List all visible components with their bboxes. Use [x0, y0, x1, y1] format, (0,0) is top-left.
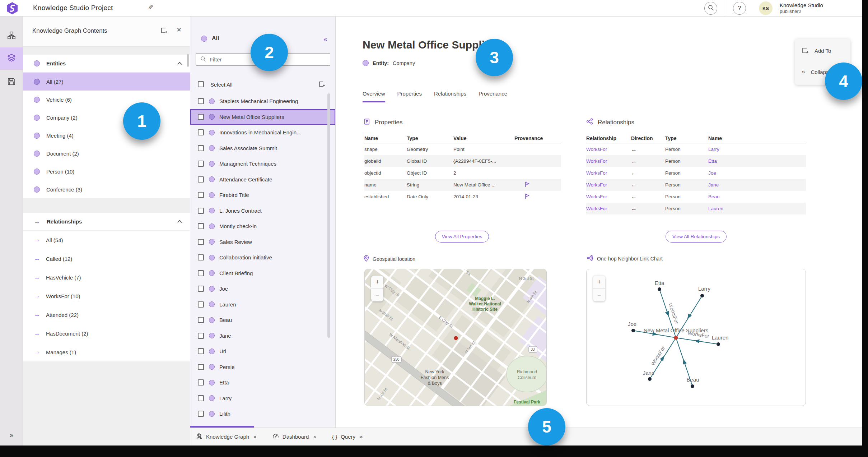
- edit-title-icon[interactable]: ✎: [148, 4, 153, 11]
- list-item[interactable]: Etta: [190, 375, 335, 391]
- relationships-section-header[interactable]: → Relationships: [23, 213, 190, 231]
- list-scrollbar[interactable]: [327, 93, 330, 338]
- account-info[interactable]: Knowledge Studio publisher2: [780, 2, 823, 14]
- item-checkbox[interactable]: [198, 114, 204, 120]
- related-entity-link[interactable]: Beau: [708, 194, 806, 199]
- item-checkbox[interactable]: [198, 270, 204, 276]
- tab-provenance[interactable]: Provenance: [479, 91, 507, 102]
- relationship-row[interactable]: WorksFor ← Person Larry: [586, 143, 806, 155]
- entity-type-item[interactable]: Conference (3): [23, 180, 190, 198]
- relationship-type-item[interactable]: → Manages (1): [23, 343, 190, 361]
- help-button[interactable]: ?: [733, 2, 746, 15]
- node-larry[interactable]: [700, 294, 704, 297]
- item-checkbox[interactable]: [198, 223, 204, 229]
- list-item[interactable]: Joe: [190, 281, 335, 297]
- item-checkbox[interactable]: [198, 379, 204, 386]
- close-panel-icon[interactable]: ×: [177, 25, 181, 34]
- item-checkbox[interactable]: [198, 254, 204, 260]
- relationship-row[interactable]: WorksFor ← Person Jane: [586, 179, 806, 191]
- zoom-in-button[interactable]: +: [593, 276, 605, 288]
- add-to-button[interactable]: Add To: [802, 47, 831, 55]
- list-item[interactable]: Lauren: [190, 297, 335, 313]
- list-item[interactable]: Sales Associate Summit: [190, 140, 335, 156]
- list-item[interactable]: Attendance Certificate: [190, 172, 335, 188]
- tab-dashboard[interactable]: Dashboard ×: [272, 433, 316, 440]
- relationship-type-item[interactable]: → HasVehicle (7): [23, 268, 190, 287]
- item-checkbox[interactable]: [198, 176, 204, 183]
- item-checkbox[interactable]: [198, 395, 204, 401]
- search-button[interactable]: [704, 2, 717, 15]
- list-item[interactable]: L. Jones Contract: [190, 203, 335, 219]
- related-entity-link[interactable]: Lauren: [708, 206, 806, 211]
- rail-data-model-button[interactable]: [0, 25, 23, 47]
- view-all-properties-button[interactable]: View All Properties: [435, 231, 489, 243]
- relationship-row[interactable]: WorksFor ← Person Lauren: [586, 203, 806, 214]
- tab-query[interactable]: { } Query ×: [332, 434, 363, 440]
- rail-layers-button[interactable]: [0, 47, 23, 70]
- related-entity-link[interactable]: Jane: [708, 182, 806, 188]
- zoom-out-button[interactable]: −: [593, 288, 605, 301]
- node-lauren[interactable]: [717, 342, 720, 346]
- select-all-checkbox[interactable]: [198, 81, 204, 87]
- entity-type-item[interactable]: Meeting (4): [23, 126, 190, 144]
- property-row[interactable]: objectid Object ID 2: [364, 167, 561, 179]
- list-item[interactable]: Innovations in Mechanical Engin...: [190, 125, 335, 140]
- relationship-type-item[interactable]: → HasDocument (2): [23, 324, 190, 343]
- item-checkbox[interactable]: [198, 239, 204, 245]
- expand-rail-button[interactable]: »: [0, 431, 23, 439]
- item-checkbox[interactable]: [198, 208, 204, 214]
- relationship-type-item[interactable]: → Called (12): [23, 249, 190, 268]
- provenance-flag-icon[interactable]: [514, 181, 561, 188]
- relationship-link[interactable]: WorksFor: [586, 182, 631, 188]
- item-checkbox[interactable]: [198, 364, 204, 370]
- related-entity-link[interactable]: Joe: [708, 170, 806, 176]
- tab-relationships[interactable]: Relationships: [434, 91, 466, 102]
- list-item[interactable]: Staplers Mechanical Engineering: [190, 93, 335, 109]
- relationship-type-item[interactable]: → All (54): [23, 231, 190, 249]
- property-row[interactable]: shape Geometry Point: [364, 143, 561, 155]
- close-tab-icon[interactable]: ×: [253, 434, 257, 440]
- entity-type-item[interactable]: Vehicle (6): [23, 91, 190, 109]
- add-to-new-icon[interactable]: [160, 27, 168, 35]
- list-item[interactable]: Managment Techniques: [190, 156, 335, 172]
- item-checkbox[interactable]: [198, 286, 204, 292]
- close-tab-icon[interactable]: ×: [313, 434, 316, 440]
- zoom-in-button[interactable]: +: [371, 276, 383, 288]
- link-chart-card[interactable]: WorksFor WorksFor WorksFor Etta: [586, 269, 806, 406]
- entity-type-item[interactable]: Document (2): [23, 144, 190, 162]
- relationship-row[interactable]: WorksFor ← Person Joe: [586, 167, 806, 179]
- property-row[interactable]: globalid Global ID {A228944F-0EF5-...: [364, 155, 561, 167]
- relationship-link[interactable]: WorksFor: [586, 206, 631, 211]
- list-item[interactable]: Firebird Title: [190, 187, 335, 203]
- item-checkbox[interactable]: [198, 98, 204, 104]
- property-row[interactable]: name String New Metal Office ...: [364, 179, 561, 191]
- rail-save-button[interactable]: [0, 71, 23, 93]
- tab-properties[interactable]: Properties: [397, 91, 422, 102]
- entity-type-item[interactable]: All (27): [23, 73, 190, 91]
- list-item[interactable]: Jane: [190, 328, 335, 344]
- relationship-link[interactable]: WorksFor: [586, 158, 631, 164]
- node-beau[interactable]: [691, 384, 694, 388]
- node-jane[interactable]: [648, 377, 652, 381]
- list-item[interactable]: Sales Review: [190, 234, 335, 250]
- provenance-flag-icon[interactable]: [514, 193, 561, 200]
- item-checkbox[interactable]: [198, 348, 204, 354]
- item-checkbox[interactable]: [198, 129, 204, 135]
- item-checkbox[interactable]: [198, 301, 204, 308]
- add-to-new-icon[interactable]: [318, 80, 325, 89]
- tab-overview[interactable]: Overview: [363, 91, 385, 102]
- list-item[interactable]: Client Briefing: [190, 266, 335, 281]
- item-checkbox[interactable]: [198, 333, 204, 339]
- related-entity-link[interactable]: Etta: [708, 158, 806, 164]
- relationship-row[interactable]: WorksFor ← Person Etta: [586, 155, 806, 167]
- list-item[interactable]: Montly check-in: [190, 218, 335, 234]
- relationship-type-item[interactable]: → Attended (22): [23, 305, 190, 324]
- node-joe[interactable]: [631, 329, 635, 332]
- entities-section-header[interactable]: Entities: [23, 55, 190, 73]
- panel-scrollbar[interactable]: [187, 54, 189, 67]
- item-checkbox[interactable]: [198, 145, 204, 151]
- list-item[interactable]: Larry: [190, 391, 335, 406]
- property-row[interactable]: established Date Only 2014-01-23: [364, 191, 561, 203]
- relationship-link[interactable]: WorksFor: [586, 170, 631, 176]
- tab-knowledge-graph[interactable]: Knowledge Graph ×: [196, 433, 257, 440]
